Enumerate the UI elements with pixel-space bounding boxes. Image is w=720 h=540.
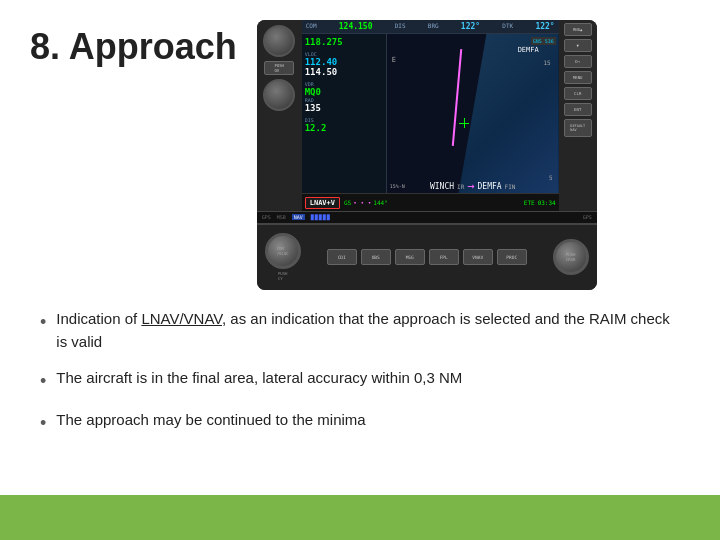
dtk-value: 122°	[535, 22, 554, 31]
demfa-sub: FIN	[505, 183, 516, 190]
bullet-1-before: Indication of	[56, 310, 141, 327]
ent-btn: ENT	[564, 103, 592, 116]
screen-left-data: 118.275 VLOC 112.40 114.50 VDR MQ0	[302, 34, 387, 211]
bullet-1-link: LNAV/VNAV	[141, 310, 222, 327]
brg-value: 122°	[461, 22, 480, 31]
ete-label: ETE	[524, 199, 535, 206]
com-knob-group: COM/VLOC PUSHCY	[265, 233, 301, 281]
mq0-value: MQ0	[305, 87, 383, 97]
push-ov-btn: PUSHOV	[264, 61, 294, 75]
e-label: E	[392, 56, 396, 64]
msb-mode-label: MSB	[277, 214, 286, 220]
nav-mode-label: NAV	[292, 214, 305, 220]
ch-vertical	[464, 118, 465, 128]
num15-label: 15	[543, 59, 550, 66]
proc-btn: PROC	[497, 249, 527, 265]
crosshair	[459, 118, 469, 128]
main-content: 8. Approach PUSHOV COM	[0, 0, 720, 495]
winch-label: WINCH	[430, 182, 454, 191]
instrument-image: PUSHOV COM 124.150 DIS BRG 122° DTK	[257, 20, 597, 290]
fpl-btn: FPL	[429, 249, 459, 265]
vloc-group: VLOC 112.40 114.50	[305, 51, 383, 77]
obs-btn: OBS	[361, 249, 391, 265]
garmin-top: PUSHOV COM 124.150 DIS BRG 122° DTK	[257, 20, 597, 211]
rad-value: 135	[305, 103, 383, 113]
nav-bar-blocks: █████	[311, 214, 331, 220]
demfa-dest-label: DEMFA	[478, 182, 502, 191]
title-area: 8. Approach	[30, 20, 257, 68]
bullet-text-3: The approach may be continued to the min…	[56, 409, 680, 432]
com-standby-group: 118.275	[305, 37, 383, 47]
crsr-knob-group: PUSHCRSR	[553, 239, 589, 275]
com-value: 124.150	[339, 22, 373, 31]
vloc-value: 112.40	[305, 57, 383, 67]
bullet-dot-1: •	[40, 309, 46, 336]
vloc-standby: 114.50	[305, 67, 383, 77]
waypoint-display: WINCH IR → DEMFA FIN	[390, 179, 556, 193]
bullet-dot-2: •	[40, 368, 46, 395]
garmin-right-controls: RNG▲ ▼ D→ MENU CLR ENT DEFAULTNAV	[559, 20, 597, 211]
crsr-knob: PUSHCRSR	[553, 239, 589, 275]
nav-mode-bar: GPS MSB NAV █████ GPS	[257, 211, 597, 223]
screen-nav-display: GNS 536 E DEMFA 15	[387, 34, 559, 211]
bottom-btn-row: CDI OBS MSG FPL VNAV PROC	[307, 249, 547, 265]
brg-label: BRG	[428, 22, 439, 31]
screen-bottom-bar: LNAV+V GS • • • 144° ETE 03:34	[302, 193, 559, 211]
bullet-text-1: Indication of LNAV/VNAV, as an indicatio…	[56, 308, 680, 353]
gs-dots: • • •	[353, 199, 371, 206]
rng-dn-btn: ▼	[564, 39, 592, 52]
gps-mode-label: GPS	[262, 214, 271, 220]
garmin-bottom-row: COM/VLOC PUSHCY CDI OBS MSG FPL VNAV PRO…	[257, 223, 597, 290]
gps-right-label: GPS	[583, 214, 592, 220]
bullet-item-2: • The aircraft is in the final area, lat…	[40, 367, 680, 395]
bullet-text-2: The aircraft is in the final area, later…	[56, 367, 680, 390]
ete-value: 03:34	[538, 199, 556, 206]
slide-title: 8. Approach	[30, 25, 237, 68]
clr-btn: CLR	[564, 87, 592, 100]
rng-up-btn: RNG▲	[564, 23, 592, 36]
left-knob-bottom	[263, 79, 295, 111]
default-nav-btn: DEFAULTNAV	[564, 119, 592, 137]
bullets-section: • Indication of LNAV/VNAV, as an indicat…	[30, 308, 690, 485]
com-knob: COM/VLOC	[265, 233, 301, 269]
msg-btn: MSG	[395, 249, 425, 265]
garmin-left-controls: PUSHOV	[257, 20, 302, 211]
arrow-icon: →	[467, 179, 474, 193]
bullet-dot-3: •	[40, 410, 46, 437]
menu-btn: MENU	[564, 71, 592, 84]
screen-header: COM 124.150 DIS BRG 122° DTK 122°	[302, 20, 559, 34]
vnav-btn: VNAV	[463, 249, 493, 265]
winch-sub: IR	[457, 183, 464, 190]
vdr-group: VDR MQ0 RAD 135	[305, 81, 383, 113]
dtk-label: DTK	[502, 22, 513, 31]
push-cy-label: PUSHCY	[278, 271, 288, 281]
slide-container: 8. Approach PUSHOV COM	[0, 0, 720, 540]
dis-group: DIS 12.2	[305, 117, 383, 133]
screen-area: COM 124.150 DIS BRG 122° DTK 122°	[302, 20, 559, 211]
green-bottom-bar	[0, 495, 720, 540]
com-standby-value: 118.275	[305, 37, 383, 47]
d-btn: D→	[564, 55, 592, 68]
com-label: COM	[306, 22, 317, 31]
gs-label: GS	[344, 199, 351, 206]
bullet-item-1: • Indication of LNAV/VNAV, as an indicat…	[40, 308, 680, 353]
cdi-btn: CDI	[327, 249, 357, 265]
dis-value: 12.2	[305, 123, 383, 133]
top-section: 8. Approach PUSHOV COM	[30, 20, 690, 290]
gs-value: 144°	[373, 199, 387, 206]
screen-body: 118.275 VLOC 112.40 114.50 VDR MQ0	[302, 34, 559, 211]
demfa-label: DEMFA	[518, 46, 539, 54]
nav-course-line	[451, 49, 461, 146]
left-knob-top	[263, 25, 295, 57]
dis-label: DIS	[395, 22, 406, 31]
gps-model-badge: GNS 536	[531, 37, 556, 45]
bullet-item-3: • The approach may be continued to the m…	[40, 409, 680, 437]
lnav-badge: LNAV+V	[305, 197, 340, 209]
